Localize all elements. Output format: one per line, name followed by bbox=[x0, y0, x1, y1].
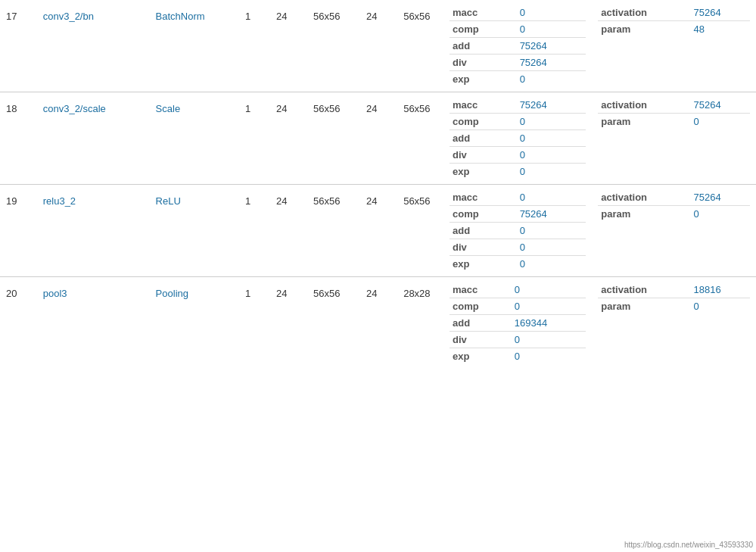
table-row: 20 pool3 Pooling 1 24 56x56 24 28x28 mac… bbox=[0, 277, 756, 370]
col-n3: 24 bbox=[353, 185, 390, 277]
col-n2: 24 bbox=[263, 92, 300, 185]
layer-name: conv3_2/bn bbox=[37, 0, 150, 92]
table-row: 18 conv3_2/scale Scale 1 24 56x56 24 56x… bbox=[0, 92, 756, 185]
right-val: 75264 bbox=[690, 5, 750, 21]
ops-val: 75264 bbox=[517, 55, 586, 71]
ops-key: exp bbox=[450, 71, 517, 88]
col-size2: 28x28 bbox=[390, 277, 443, 370]
col-n1: 1 bbox=[232, 0, 263, 92]
ops-key: add bbox=[450, 130, 517, 147]
col-n2: 24 bbox=[263, 277, 300, 370]
layer-type: Scale bbox=[150, 92, 233, 185]
row-index: 19 bbox=[0, 185, 37, 277]
right-key: activation bbox=[598, 282, 690, 298]
ops-val: 0 bbox=[517, 71, 586, 88]
col-size1: 56x56 bbox=[300, 277, 353, 370]
ops-key: add bbox=[450, 315, 512, 332]
ops-val: 0 bbox=[512, 298, 586, 315]
ops-cell: macc0comp75264add0div0exp0 bbox=[443, 185, 592, 277]
col-n3: 24 bbox=[353, 0, 390, 92]
col-n1: 1 bbox=[232, 185, 263, 277]
ops-key: macc bbox=[450, 5, 517, 21]
ops-cell: macc0comp0add169344div0exp0 bbox=[443, 277, 592, 370]
ops-cell: macc75264comp0add0div0exp0 bbox=[443, 92, 592, 185]
ops-key: comp bbox=[450, 21, 517, 38]
ops-val: 0 bbox=[517, 147, 586, 164]
table-row: 17 conv3_2/bn BatchNorm 1 24 56x56 24 56… bbox=[0, 0, 756, 92]
ops-key: comp bbox=[450, 298, 512, 315]
col-size1: 56x56 bbox=[300, 0, 353, 92]
ops-val: 0 bbox=[517, 239, 586, 256]
ops-val: 0 bbox=[512, 332, 586, 348]
col-n1: 1 bbox=[232, 277, 263, 370]
network-layers-table: 17 conv3_2/bn BatchNorm 1 24 56x56 24 56… bbox=[0, 0, 756, 369]
ops-key: macc bbox=[450, 282, 512, 298]
right-val: 0 bbox=[690, 114, 750, 130]
ops-key: div bbox=[450, 147, 517, 164]
row-index: 17 bbox=[0, 0, 37, 92]
right-val: 18816 bbox=[690, 282, 750, 298]
ops-val: 0 bbox=[512, 282, 586, 298]
right-cell: activation75264param48 bbox=[592, 0, 756, 92]
ops-val: 0 bbox=[517, 114, 586, 130]
ops-val: 75264 bbox=[517, 206, 586, 223]
ops-key: exp bbox=[450, 348, 512, 365]
layer-name: pool3 bbox=[37, 277, 150, 370]
right-cell: activation18816param0 bbox=[592, 277, 756, 370]
col-n3: 24 bbox=[353, 92, 390, 185]
ops-val: 169344 bbox=[512, 315, 586, 332]
right-val: 75264 bbox=[690, 189, 750, 206]
right-cell: activation75264param0 bbox=[592, 185, 756, 277]
row-index: 18 bbox=[0, 92, 37, 185]
col-n1: 1 bbox=[232, 92, 263, 185]
ops-val: 0 bbox=[517, 130, 586, 147]
right-val: 75264 bbox=[690, 97, 750, 114]
col-size2: 56x56 bbox=[390, 92, 443, 185]
col-n2: 24 bbox=[263, 0, 300, 92]
right-val: 0 bbox=[690, 206, 750, 223]
col-size2: 56x56 bbox=[390, 0, 443, 92]
row-index: 20 bbox=[0, 277, 37, 370]
ops-key: add bbox=[450, 38, 517, 55]
ops-val: 75264 bbox=[517, 97, 586, 114]
ops-val: 0 bbox=[517, 164, 586, 180]
ops-key: macc bbox=[450, 97, 517, 114]
layer-name: conv3_2/scale bbox=[37, 92, 150, 185]
right-key: param bbox=[598, 21, 690, 38]
ops-key: comp bbox=[450, 206, 517, 223]
right-key: activation bbox=[598, 5, 690, 21]
right-val: 0 bbox=[690, 298, 750, 315]
ops-key: div bbox=[450, 239, 517, 256]
layer-type: Pooling bbox=[150, 277, 233, 370]
col-n2: 24 bbox=[263, 185, 300, 277]
ops-key: exp bbox=[450, 164, 517, 180]
layer-name: relu3_2 bbox=[37, 185, 150, 277]
right-key: activation bbox=[598, 97, 690, 114]
ops-val: 75264 bbox=[517, 38, 586, 55]
ops-key: comp bbox=[450, 114, 517, 130]
layer-type: BatchNorm bbox=[150, 0, 233, 92]
ops-val: 0 bbox=[512, 348, 586, 365]
col-size2: 56x56 bbox=[390, 185, 443, 277]
right-key: activation bbox=[598, 189, 690, 206]
ops-val: 0 bbox=[517, 223, 586, 239]
col-size1: 56x56 bbox=[300, 92, 353, 185]
ops-val: 0 bbox=[517, 256, 586, 273]
ops-key: div bbox=[450, 55, 517, 71]
layer-type: ReLU bbox=[150, 185, 233, 277]
ops-key: exp bbox=[450, 256, 517, 273]
ops-key: macc bbox=[450, 189, 517, 206]
col-n3: 24 bbox=[353, 277, 390, 370]
ops-key: div bbox=[450, 332, 512, 348]
right-key: param bbox=[598, 114, 690, 130]
ops-val: 0 bbox=[517, 5, 586, 21]
ops-val: 0 bbox=[517, 21, 586, 38]
right-key: param bbox=[598, 298, 690, 315]
ops-key: add bbox=[450, 223, 517, 239]
ops-cell: macc0comp0add75264div75264exp0 bbox=[443, 0, 592, 92]
ops-val: 0 bbox=[517, 189, 586, 206]
right-cell: activation75264param0 bbox=[592, 92, 756, 185]
right-key: param bbox=[598, 206, 690, 223]
table-row: 19 relu3_2 ReLU 1 24 56x56 24 56x56 macc… bbox=[0, 185, 756, 277]
col-size1: 56x56 bbox=[300, 185, 353, 277]
